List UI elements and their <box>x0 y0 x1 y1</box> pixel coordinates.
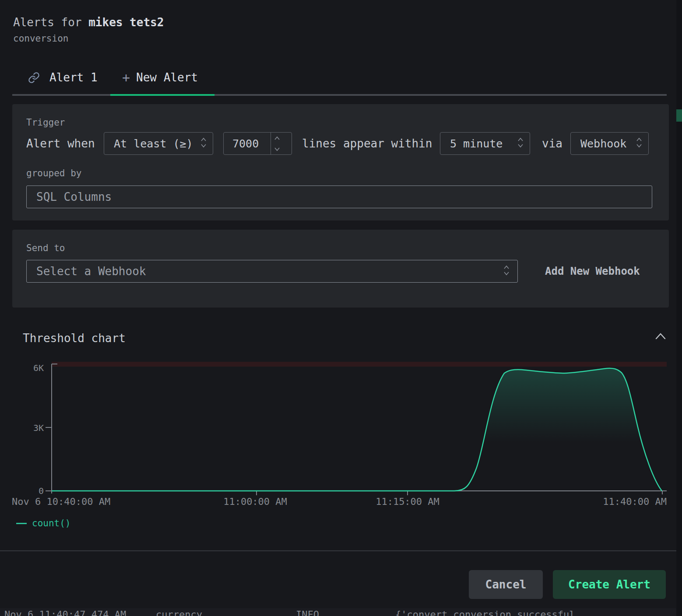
legend-line-swatch <box>16 523 27 524</box>
grouped-by-input[interactable] <box>26 186 652 208</box>
log-timestamp: Nov 6 11:40:47.474 AM <box>4 609 126 616</box>
lines-appear-within-label: lines appear within <box>302 132 432 155</box>
add-new-webhook-button[interactable]: Add New Webhook <box>545 260 640 283</box>
collapse-chart-button[interactable] <box>654 332 667 342</box>
condition-select[interactable]: At least (≥) <box>104 132 213 155</box>
tab-alert-1[interactable]: Alert 1 <box>28 66 98 88</box>
create-alert-button[interactable]: Create Alert <box>553 570 666 599</box>
time-window-select-value: 5 minute <box>450 137 503 150</box>
tab-active-indicator <box>110 94 214 96</box>
time-window-select[interactable]: 5 minute <box>440 132 530 155</box>
page-title-prefix: Alerts for <box>13 16 88 29</box>
threshold-chart-title: Threshold chart <box>23 332 126 345</box>
y-tick-3k: 3K <box>17 423 44 433</box>
legend-series-label: count() <box>32 518 71 528</box>
channel-select-value: Webhook <box>580 137 626 150</box>
condition-select-value: At least (≥) <box>114 137 193 150</box>
link-icon <box>28 72 40 84</box>
chevron-up-down-icon <box>517 136 524 150</box>
log-message: {'convert conversion successful <box>395 609 575 616</box>
alert-dialog: Alerts for mikes tets2 conversion Alert … <box>0 0 682 616</box>
webhook-select-placeholder: Select a Webhook <box>36 265 146 278</box>
grouped-by-label: grouped by <box>26 168 81 178</box>
alert-when-label: Alert when <box>26 132 95 155</box>
send-to-label: Send to <box>26 243 65 253</box>
tab-new-alert[interactable]: + New Alert <box>122 66 198 88</box>
x-tick-1115: 11:15:00 AM <box>376 496 439 507</box>
page-subtitle: conversion <box>13 33 68 44</box>
threshold-input[interactable] <box>224 133 271 154</box>
log-service: currency <box>156 609 202 616</box>
page-edge-strip <box>676 0 682 616</box>
threshold-input-group <box>223 132 292 155</box>
stepper-up-button[interactable] <box>271 133 283 144</box>
plus-icon: + <box>122 70 130 85</box>
y-tick-6k: 6K <box>17 363 44 373</box>
trigger-section: Trigger Alert when At least (≥) lines ap <box>12 104 669 220</box>
x-tick-start: Nov 6 10:40:00 AM <box>12 496 110 507</box>
tab-new-alert-label: New Alert <box>136 71 198 84</box>
chevron-up-down-icon <box>503 264 510 278</box>
trigger-label: Trigger <box>26 117 65 128</box>
page-title-source-name: mikes tets2 <box>88 16 164 29</box>
x-tick-end: 11:40:00 AM <box>603 496 667 507</box>
background-log-row: Nov 6 11:40:47.474 AM currency INFO {'co… <box>0 608 676 616</box>
cancel-button[interactable]: Cancel <box>469 570 543 599</box>
y-tick-0: 0 <box>17 486 44 496</box>
page-edge-green-sliver <box>676 109 682 122</box>
via-label: via <box>542 132 562 155</box>
page-title: Alerts for mikes tets2 <box>13 16 164 29</box>
chart-legend: count() <box>16 518 71 528</box>
chevron-up-down-icon <box>200 136 207 150</box>
tab-alert-1-label: Alert 1 <box>49 71 98 84</box>
stepper-down-button[interactable] <box>271 144 283 154</box>
threshold-chart <box>0 355 682 500</box>
channel-select[interactable]: Webhook <box>570 132 649 155</box>
threshold-stepper <box>271 133 283 154</box>
threshold-zone-band <box>52 362 667 367</box>
send-to-section: Send to Select a Webhook Add New Webhook <box>12 230 669 308</box>
log-level: INFO <box>296 609 319 616</box>
chevron-up-down-icon <box>636 136 642 150</box>
x-tick-1100: 11:00:00 AM <box>223 496 287 507</box>
webhook-select[interactable]: Select a Webhook <box>26 260 518 283</box>
footer-divider <box>0 550 682 551</box>
